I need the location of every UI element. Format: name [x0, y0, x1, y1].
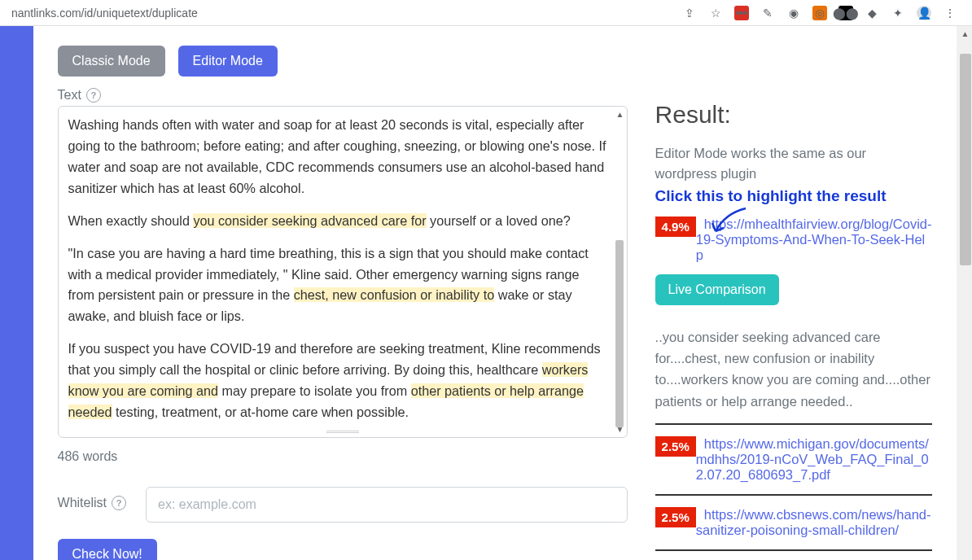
word-count: 486 words: [58, 449, 628, 464]
result-item: 2.5% https://www.cbsnews.com/news/hand-s…: [655, 507, 932, 538]
classic-mode-button[interactable]: Classic Mode: [58, 46, 165, 77]
resize-handle[interactable]: [326, 431, 359, 435]
result-snippet: ..you consider seeking advanced care for…: [655, 326, 932, 413]
editor-scrollbar[interactable]: ▲ ▼: [615, 110, 625, 434]
callout-annotation: Click this to highlight the result: [655, 187, 932, 205]
bookmark-star-icon[interactable]: ☆: [708, 6, 723, 20]
help-icon[interactable]: ?: [112, 496, 126, 510]
result-item: 4.9% https://mhealthfairview.org/blog/Co…: [655, 217, 932, 413]
extension-incognito-icon[interactable]: ⬤⬤: [838, 6, 853, 20]
extension-red-icon[interactable]: •••: [734, 6, 749, 20]
scroll-down-icon[interactable]: ▼: [616, 425, 624, 434]
result-link[interactable]: https://www.michigan.gov/documents/mdhhs…: [696, 436, 929, 482]
scroll-up-icon[interactable]: ▲: [961, 29, 970, 38]
page-scrollbar[interactable]: ▲: [957, 26, 972, 560]
scroll-thumb[interactable]: [960, 54, 971, 265]
check-now-button[interactable]: Check Now!: [58, 539, 157, 560]
whitelist-label: Whitelist ?: [58, 496, 126, 510]
editor-paragraph: Washing hands often with water and soap …: [68, 115, 609, 199]
browser-menu-icon[interactable]: ⋮: [943, 6, 957, 20]
arrow-icon: [709, 207, 750, 236]
editor-mode-button[interactable]: Editor Mode: [178, 46, 278, 77]
extension-feather-icon[interactable]: ✎: [760, 6, 775, 20]
divider: [655, 549, 932, 551]
percentage-badge[interactable]: 4.9%: [655, 217, 696, 237]
text-label-text: Text: [58, 88, 81, 103]
highlighted-text: you consider seeking advanced care for: [193, 213, 426, 228]
text-editor[interactable]: Washing hands often with water and soap …: [58, 106, 628, 438]
extension-orange-icon[interactable]: ◎: [812, 6, 827, 20]
result-heading: Result:: [655, 101, 932, 129]
divider: [655, 494, 932, 496]
share-icon[interactable]: ⇪: [682, 6, 697, 20]
live-comparison-button[interactable]: Live Comparison: [655, 274, 779, 305]
result-subtitle: Editor Mode works the same as our wordpr…: [655, 143, 932, 184]
percentage-badge[interactable]: 2.5%: [655, 507, 696, 527]
editor-content[interactable]: Washing hands often with water and soap …: [59, 107, 627, 437]
profile-avatar-icon[interactable]: 👤: [917, 6, 931, 20]
whitelist-input[interactable]: [146, 487, 628, 523]
highlighted-text: chest, new confusion or inability to: [294, 287, 495, 302]
scroll-up-icon[interactable]: ▲: [616, 110, 624, 119]
result-item: 2.5% https://www.michigan.gov/documents/…: [655, 436, 932, 483]
result-link[interactable]: https://www.cbsnews.com/news/hand-saniti…: [696, 507, 931, 537]
editor-paragraph: When exactly should you consider seeking…: [68, 211, 609, 232]
help-icon[interactable]: ?: [86, 88, 101, 103]
editor-paragraph: "In case you are having a hard time brea…: [68, 243, 609, 328]
divider: [655, 423, 932, 425]
extension-blue-icon[interactable]: ◉: [786, 6, 801, 20]
editor-paragraph: If you suspect you have COVID-19 and the…: [68, 339, 609, 423]
extension-cube-icon[interactable]: ◆: [865, 6, 879, 20]
callout-text: Click this to highlight the result: [655, 187, 887, 204]
sidebar-stripe: [0, 26, 33, 560]
whitelist-label-text: Whitelist: [58, 496, 107, 510]
scroll-thumb[interactable]: [615, 240, 624, 427]
url-text[interactable]: nantlinks.com/id/uniquetext/duplicate: [8, 7, 682, 20]
percentage-badge[interactable]: 2.5%: [655, 436, 696, 457]
extensions-puzzle-icon[interactable]: ✦: [891, 6, 905, 20]
text-label: Text ?: [58, 88, 101, 103]
browser-address-bar: nantlinks.com/id/uniquetext/duplicate ⇪ …: [0, 0, 972, 26]
browser-extensions: ⇪ ☆ ••• ✎ ◉ ◎ ⬤⬤ ◆ ✦ 👤 ⋮: [682, 6, 964, 20]
